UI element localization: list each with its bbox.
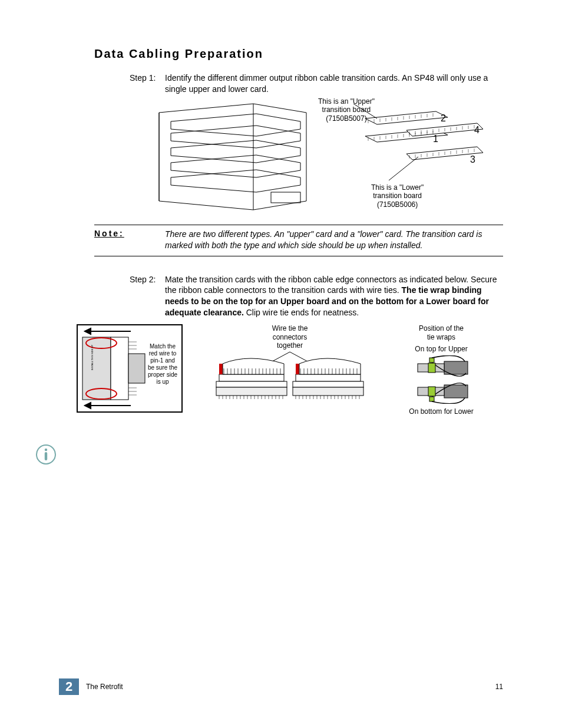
fig1-lower-callout-l3: (7150B5006) [377, 200, 418, 209]
footer-page-number: 11 [495, 683, 503, 691]
figure-2c-tie-positions: Position of the tie wraps On top for Upp… [391, 324, 491, 418]
svg-rect-114 [296, 374, 361, 381]
fig1-lower-callout-l1: This is a "Lower" [371, 183, 424, 192]
svg-rect-133 [293, 381, 363, 387]
fig2c-lower-label: On bottom for Lower [391, 407, 491, 416]
fig2b-label-l1: Wire tie the [272, 324, 308, 332]
svg-marker-57 [85, 403, 91, 409]
step-2-body-b: Clip wire tie ends for neatness. [244, 308, 359, 317]
fig2c-upper-label: On top for Upper [391, 345, 491, 353]
step-2: Step 2: Mate the transition cards with t… [130, 274, 503, 319]
svg-text:INSTALL THIS SIDE UP: INSTALL THIS SIDE UP [91, 345, 94, 370]
fig1-num-1: 1 [433, 133, 438, 144]
step-1: Step 1: Identify the different dimmer ou… [130, 73, 503, 95]
figure-2a-pin1: INSTALL THIS SIDE UP Match the red wire … [71, 324, 189, 413]
svg-marker-55 [85, 328, 91, 334]
fig2c-title-l2: tie wraps [427, 333, 455, 341]
footer-chapter-title: The Retrofit [86, 683, 495, 691]
note-body: There are two different types. An "upper… [165, 229, 503, 251]
info-icon [35, 444, 57, 465]
fig1-upper-callout-l3: (7150B5007) [326, 114, 366, 123]
figure-1-transition-boards: This is an "Upper" transition board (715… [153, 101, 483, 213]
fig2b-label-l2: connectors [273, 333, 308, 341]
svg-rect-160 [429, 397, 434, 401]
fig2b-label-l3: together [277, 341, 303, 350]
fig1-lower-callout-l2: transition board [373, 192, 422, 200]
svg-rect-161 [428, 387, 435, 396]
fig1-upper-callout-l1: This is an "Upper" [318, 97, 375, 106]
svg-rect-156 [429, 358, 434, 363]
svg-rect-94 [216, 387, 287, 396]
svg-rect-93 [216, 381, 287, 387]
page-footer: 2 The Retrofit 11 [59, 678, 503, 695]
fig1-num-2: 2 [441, 113, 446, 124]
svg-rect-58 [82, 337, 111, 400]
svg-rect-157 [428, 363, 435, 373]
fig1-num-4: 4 [474, 124, 480, 136]
svg-rect-53 [45, 452, 47, 460]
figure-2-row: INSTALL THIS SIDE UP Match the red wire … [71, 324, 491, 423]
svg-rect-115 [296, 364, 299, 374]
step-2-label: Step 2: [130, 274, 165, 319]
figure-2b-wire-tie: Wire tie the connectors together [207, 324, 372, 423]
step-1-body: Identify the different dimmer output rib… [165, 73, 503, 95]
svg-line-50 [389, 157, 418, 180]
section-title: Data Cabling Preparation [94, 47, 503, 61]
fig2c-title-l1: Position of the [419, 324, 464, 332]
fig1-upper-callout-l2: transition board [322, 106, 371, 114]
fig2a-text: Match the red wire to pin-1 and be sure … [147, 343, 178, 386]
svg-point-52 [45, 449, 47, 451]
step-1-label: Step 1: [130, 73, 165, 95]
svg-rect-75 [219, 364, 223, 374]
note-label: Note: [94, 229, 165, 238]
svg-rect-60 [128, 354, 145, 383]
fig1-num-3: 3 [470, 154, 475, 165]
step-2-body: Mate the transition cards with the ribbo… [165, 274, 503, 319]
svg-rect-0 [271, 192, 300, 203]
footer-chapter-number: 2 [59, 678, 79, 695]
svg-rect-74 [219, 374, 284, 381]
note-block: Note: There are two different types. An … [94, 225, 503, 256]
svg-rect-134 [293, 387, 363, 396]
